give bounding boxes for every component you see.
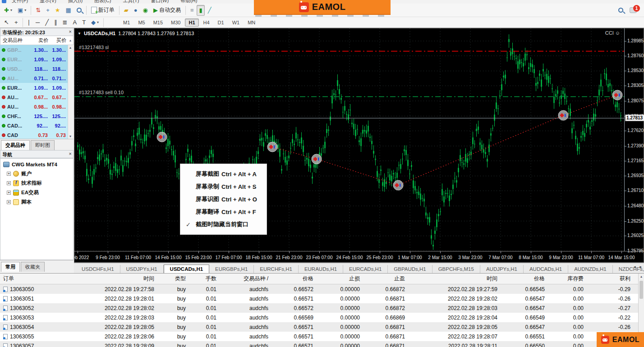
navigator-tab[interactable]: 常用	[1, 262, 20, 272]
expand-icon[interactable]: +	[7, 172, 11, 176]
orders-column-header[interactable]: 手数	[189, 275, 220, 283]
menu-item[interactable]: 帮助(H)	[180, 0, 197, 4]
market-watch-row[interactable]: EUR... 1.09... 1.09...	[0, 83, 68, 92]
chart-tab[interactable]: GBPAUDs,H1	[388, 265, 432, 273]
market-watch-row[interactable]: AU... 0.71... 0.71...	[0, 73, 68, 83]
market-watch-tab[interactable]: 即时图	[31, 140, 55, 150]
chart-tab[interactable]: USDJPYs,H1	[120, 265, 164, 273]
orders-column-header[interactable]: 获利	[587, 275, 634, 283]
close-icon[interactable]: ×	[69, 29, 72, 34]
tab-scroll-right-icon[interactable]: ▸	[638, 264, 643, 269]
market-watch-row[interactable]: AU... 0.67... 0.67...	[0, 92, 68, 102]
timeframe-button[interactable]: D1	[214, 18, 228, 27]
chart-tab[interactable]: USDCADs,H1	[164, 265, 210, 273]
market-watch-row[interactable]: CHF... 125.... 125....	[0, 111, 68, 121]
order-row[interactable]: 130630502022.02.28 19:27:58buy0.01audchf…	[0, 284, 644, 294]
chart-tab[interactable]: AUDCADs,H1	[524, 265, 568, 273]
orders-column-header[interactable]: 时间	[70, 275, 158, 283]
market-watch-row[interactable]: USD... 118.... 118....	[0, 64, 68, 73]
context-menu-item[interactable]: ✓ 截图时隐藏当前窗口	[180, 218, 267, 231]
strategy-tester-button[interactable]	[74, 5, 84, 16]
column-bid[interactable]: 卖价	[28, 37, 48, 44]
chart-tab[interactable]: EURAUDs,H1	[299, 265, 343, 273]
orders-column-header[interactable]: 止盈	[363, 275, 409, 283]
menu-item[interactable]: 工具(T)	[123, 0, 139, 4]
navigator-tree-item[interactable]: + EA交易	[0, 188, 73, 197]
chart-tab[interactable]: EURGBPs,H1	[209, 265, 254, 273]
timeframe-button[interactable]: W1	[229, 18, 244, 27]
news-button[interactable]: ◉	[141, 5, 150, 16]
chart-tab[interactable]: AUDJPYs,H1	[480, 265, 524, 273]
time-axis[interactable]: 8 Feb 20229 Feb 23:0011 Feb 07:0014 Feb …	[74, 251, 644, 263]
context-menu-item[interactable]: 屏幕截图 Ctrl + Alt + A	[180, 168, 267, 180]
symbol-dropdown-icon[interactable]: ▼	[78, 32, 81, 36]
market-watch-button[interactable]: ⇅	[33, 5, 43, 16]
chevron-down-icon[interactable]: ▾	[97, 20, 99, 24]
expand-icon[interactable]: +	[7, 191, 11, 195]
chart-tab[interactable]: EURCHFs,H1	[254, 265, 299, 273]
orders-column-header[interactable]: 订单	[0, 275, 70, 283]
context-menu-item[interactable]: 屏幕录制 Ctrl + Alt + S	[180, 180, 267, 193]
chart-tab[interactable]: AUDNZDs,H1	[568, 265, 613, 273]
orders-column-header[interactable]: 时间	[409, 275, 501, 283]
scroll-up-icon[interactable]: ▴	[68, 38, 73, 42]
candlestick-plot[interactable]	[74, 28, 624, 251]
scrollbar-thumb[interactable]	[639, 281, 643, 299]
timeframe-button[interactable]: H1	[185, 18, 198, 27]
history-center-button[interactable]: ▰	[122, 5, 131, 16]
column-ask[interactable]: 买价	[48, 37, 66, 44]
line-chart-mode-button[interactable]: ╱	[206, 5, 214, 16]
navigator-tab[interactable]: 收藏夹	[21, 262, 45, 272]
data-window-button[interactable]: +	[44, 5, 52, 16]
chart-tab[interactable]: EURCADs,H1	[343, 265, 388, 273]
timeframe-button[interactable]: M1	[120, 18, 133, 27]
context-menu-item[interactable]: 屏幕识图 Ctrl + Alt + O	[180, 193, 267, 205]
orders-column-header[interactable]: 价格	[272, 275, 317, 283]
market-watch-row[interactable]: CAD 0.73 0.73	[0, 130, 68, 139]
navigator-tree-item[interactable]: + 脚本	[0, 197, 73, 207]
close-icon[interactable]: ×	[69, 151, 72, 156]
candle-chart-mode-button[interactable]: ▮	[197, 5, 204, 16]
trendline-button[interactable]: ╱	[43, 17, 51, 28]
bar-chart-mode-button[interactable]: ≡	[188, 5, 196, 16]
menu-item[interactable]: 窗口(W)	[151, 0, 169, 4]
crosshair-tool-button[interactable]: +	[12, 17, 20, 28]
auto-trading-button[interactable]: ▶自动交易	[151, 5, 183, 16]
chart-tab[interactable]: USDCHFs,H1	[76, 265, 120, 273]
column-symbol[interactable]: 交易品种	[0, 37, 28, 44]
navigator-button[interactable]: ★	[53, 5, 63, 16]
order-row[interactable]: 130630542022.02.28 19:28:05buy0.01audchf…	[0, 322, 644, 332]
scroll-down-icon[interactable]: ▾	[69, 134, 71, 138]
market-watch-row[interactable]: EUR... 1.09... 1.09...	[0, 55, 68, 64]
chevron-down-icon[interactable]: ▾	[10, 8, 12, 12]
text-tool-button[interactable]: A	[70, 17, 79, 28]
market-watch-tab[interactable]: 交易品种	[1, 140, 30, 150]
orders-column-header[interactable]: 类型	[158, 275, 189, 283]
notification-icon[interactable]: 1	[630, 7, 637, 13]
scroll-up-icon[interactable]: ▴	[69, 46, 71, 50]
timeframe-button[interactable]: H4	[200, 18, 213, 27]
profiles-button[interactable]: ▣▾	[15, 5, 28, 16]
market-watch-row[interactable]: CAD... 92.... 92....	[0, 121, 68, 130]
timeframe-button[interactable]: M30	[167, 18, 184, 27]
navigator-root-item[interactable]: CWG Markets MT4	[0, 160, 73, 169]
expand-icon[interactable]: +	[7, 181, 11, 185]
orders-column-header[interactable]: 库存费	[548, 275, 587, 283]
menu-item[interactable]: 插入(I)	[68, 0, 83, 4]
chart-tab[interactable]: GBPCHFs,M15	[432, 265, 480, 273]
community-button[interactable]: ●	[132, 5, 140, 16]
new-chart-button[interactable]: ✚▾	[2, 5, 14, 16]
timeframe-button[interactable]: MN	[244, 18, 259, 27]
market-watch-row[interactable]: AU... 0.98... 0.98...	[0, 102, 68, 111]
scroll-up-icon[interactable]: ▴	[639, 274, 644, 279]
order-row[interactable]: 130630512022.02.28 19:28:01buy0.01audchf…	[0, 294, 644, 303]
search-icon[interactable]	[618, 8, 623, 13]
horizontal-line-button[interactable]: ─	[33, 17, 42, 28]
fibonacci-button[interactable]: ≣	[60, 17, 70, 28]
navigator-tree-item[interactable]: + 账户	[0, 169, 73, 178]
price-axis[interactable]: 1.289851.287601.285301.283051.280751.278…	[624, 28, 644, 251]
order-row[interactable]: 130630532022.02.28 19:28:03buy0.01audchf…	[0, 313, 644, 322]
timeframe-button[interactable]: M5	[134, 18, 148, 27]
expand-icon[interactable]: +	[7, 200, 11, 204]
order-row[interactable]: 130630572022.02.28 19:28:09buy0.01audchf…	[0, 341, 644, 347]
